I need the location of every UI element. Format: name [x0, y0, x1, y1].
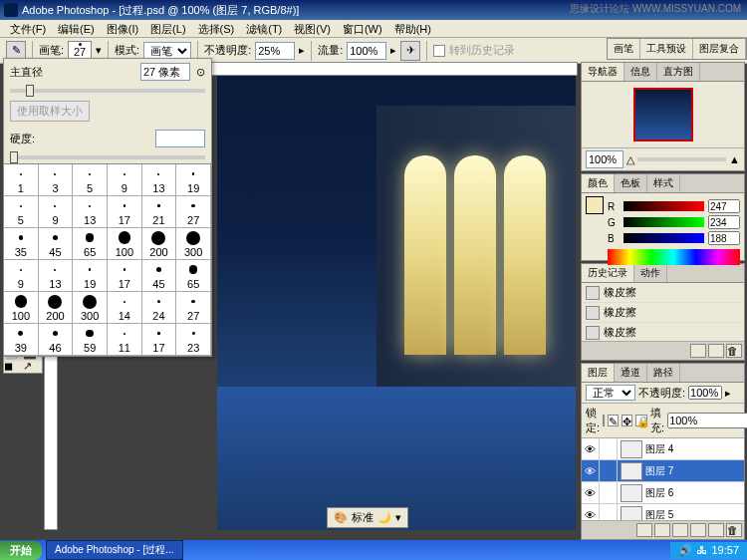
brush-cell[interactable]: 3: [39, 164, 74, 196]
brush-cell[interactable]: 27: [176, 196, 211, 228]
opacity-input[interactable]: [255, 42, 295, 60]
g-slider[interactable]: [623, 217, 704, 227]
history-item[interactable]: 橡皮擦: [582, 303, 744, 323]
brush-cell[interactable]: 17: [108, 260, 142, 292]
tab-info[interactable]: 信息: [624, 63, 657, 81]
menu-image[interactable]: 图像(I): [101, 20, 144, 37]
tab-channels[interactable]: 通道: [615, 364, 647, 382]
brush-cell[interactable]: 9: [4, 260, 39, 292]
g-input[interactable]: [708, 215, 740, 229]
brush-cell[interactable]: 19: [73, 260, 108, 292]
color-spectrum[interactable]: [608, 249, 740, 265]
tab-styles[interactable]: 样式: [647, 174, 680, 192]
zoom-in-icon[interactable]: ▲: [729, 153, 740, 165]
status-dropdown-icon[interactable]: ▾: [395, 511, 401, 524]
diameter-slider[interactable]: [10, 89, 205, 93]
history-item[interactable]: 橡皮擦: [582, 283, 744, 303]
adjust-icon[interactable]: [672, 523, 688, 537]
brush-cell[interactable]: 23: [176, 324, 211, 356]
brush-cell[interactable]: 46: [39, 324, 74, 356]
brush-cell[interactable]: 39: [4, 324, 39, 356]
screen-full2[interactable]: ◼: [4, 360, 23, 373]
layer-thumb[interactable]: [621, 440, 642, 458]
tray-icon[interactable]: 🔊: [678, 544, 692, 557]
brush-cell[interactable]: 17: [142, 324, 177, 356]
delete-layer-icon[interactable]: 🗑: [726, 523, 742, 537]
layer-thumb[interactable]: [621, 462, 642, 480]
brush-cell[interactable]: 300: [176, 228, 211, 260]
new-snapshot-icon[interactable]: [690, 344, 706, 358]
zoom-out-icon[interactable]: △: [626, 153, 634, 166]
tab-histogram[interactable]: 直方图: [657, 63, 700, 81]
link-cell[interactable]: [600, 460, 618, 482]
b-slider[interactable]: [623, 233, 704, 243]
tray-icon2[interactable]: 🖧: [696, 544, 707, 556]
brush-cell[interactable]: 24: [142, 292, 177, 324]
flow-dropdown-icon[interactable]: ▸: [390, 44, 396, 57]
visibility-icon[interactable]: 👁: [582, 504, 600, 521]
history-checkbox[interactable]: [433, 45, 445, 57]
mode-select[interactable]: 画笔: [143, 42, 191, 60]
menubar[interactable]: 文件(F) 编辑(E) 图像(I) 图层(L) 选择(S) 滤镜(T) 视图(V…: [0, 20, 747, 38]
b-input[interactable]: [708, 231, 740, 245]
layer-thumb[interactable]: [621, 484, 642, 502]
flow-input[interactable]: [347, 42, 386, 60]
well-presets[interactable]: 工具预设: [640, 39, 693, 59]
brush-cell[interactable]: 9: [39, 196, 74, 228]
lock-move-icon[interactable]: ✥: [622, 415, 632, 426]
zoom-slider[interactable]: [637, 157, 726, 161]
brush-grid[interactable]: 1359131959131721273545651002003009131917…: [4, 163, 211, 356]
fx-icon[interactable]: [636, 523, 652, 537]
brush-cell[interactable]: 100: [108, 228, 142, 260]
visibility-icon[interactable]: 👁: [582, 438, 600, 460]
brush-cell[interactable]: 300: [73, 292, 108, 324]
well-brush[interactable]: 画笔: [608, 39, 640, 59]
tab-paths[interactable]: 路径: [647, 364, 680, 382]
menu-select[interactable]: 选择(S): [192, 20, 241, 37]
brush-dropdown-icon[interactable]: ▾: [96, 44, 102, 57]
layers-list[interactable]: 👁图层 4👁图层 7👁图层 6👁图层 5👁图层 1 副本: [582, 438, 744, 520]
brush-cell[interactable]: 65: [73, 228, 108, 260]
menu-edit[interactable]: 编辑(E): [52, 20, 101, 37]
new-doc-icon[interactable]: [708, 344, 724, 358]
mask-icon[interactable]: [654, 523, 670, 537]
color-preview[interactable]: [586, 196, 604, 214]
tab-layers[interactable]: 图层: [582, 364, 615, 382]
layer-row[interactable]: 👁图层 6: [582, 482, 744, 504]
r-slider[interactable]: [623, 201, 704, 211]
brush-cell[interactable]: 9: [108, 164, 142, 196]
lock-paint-icon[interactable]: ✎: [608, 415, 619, 426]
panel-menu-icon[interactable]: ⊙: [196, 66, 205, 79]
menu-filter[interactable]: 滤镜(T): [240, 20, 288, 37]
brush-cell[interactable]: 21: [142, 196, 177, 228]
tab-color[interactable]: 颜色: [582, 174, 615, 192]
visibility-icon[interactable]: 👁: [582, 482, 600, 504]
hardness-input[interactable]: [155, 130, 205, 147]
trash-icon[interactable]: 🗑: [726, 344, 742, 358]
new-layer-icon[interactable]: [708, 523, 724, 537]
layer-opacity-input[interactable]: [688, 386, 722, 400]
brush-cell[interactable]: 17: [108, 196, 142, 228]
folder-icon[interactable]: [690, 523, 706, 537]
history-item[interactable]: 橡皮擦: [582, 323, 744, 341]
brush-cell[interactable]: 13: [142, 164, 177, 196]
brush-cell[interactable]: 5: [73, 164, 108, 196]
brush-cell[interactable]: 59: [73, 324, 108, 356]
brush-cell[interactable]: 11: [108, 324, 142, 356]
diameter-input[interactable]: [140, 63, 190, 81]
well-layercomps[interactable]: 图层复合: [693, 39, 746, 59]
fill-input[interactable]: [667, 413, 747, 428]
brush-cell[interactable]: 13: [39, 260, 74, 292]
tab-navigator[interactable]: 导航器: [582, 63, 624, 81]
brush-cell[interactable]: 14: [108, 292, 142, 324]
brush-cell[interactable]: 19: [176, 164, 211, 196]
history-list[interactable]: 橡皮擦橡皮擦橡皮擦橡皮擦: [582, 283, 744, 341]
layer-thumb[interactable]: [621, 506, 642, 521]
link-cell[interactable]: [600, 482, 618, 504]
brush-cell[interactable]: 1: [4, 164, 39, 196]
tab-swatches[interactable]: 色板: [615, 174, 647, 192]
brush-cell[interactable]: 27: [176, 292, 211, 324]
brush-cell[interactable]: 45: [142, 260, 177, 292]
r-input[interactable]: [708, 199, 740, 213]
document-canvas[interactable]: [217, 76, 576, 530]
